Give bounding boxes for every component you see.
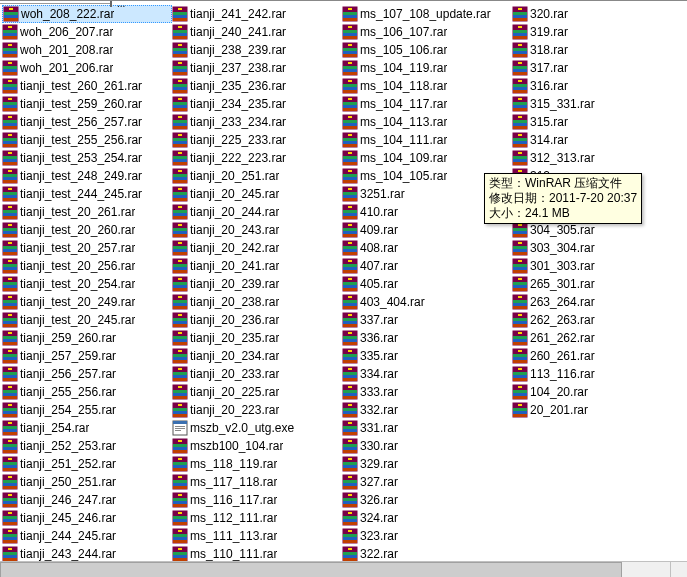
file-item[interactable]: tianji_test_253_254.rar [2,149,172,167]
file-item[interactable]: 312_313.rar [512,149,682,167]
file-item[interactable]: 261_262.rar [512,329,682,347]
file-item[interactable]: 301_303.rar [512,257,682,275]
file-item[interactable]: tianji_20_225.rar [172,383,342,401]
file-item[interactable]: 263_264.rar [512,293,682,311]
file-item[interactable]: tianji_241_242.rar [172,5,342,23]
file-item[interactable]: 403_404.rar [342,293,512,311]
file-item[interactable]: tianji_test_20_261.rar [2,203,172,221]
file-item[interactable]: 408.rar [342,239,512,257]
file-item[interactable]: tianji_test_256_257.rar [2,113,172,131]
file-item[interactable]: 324.rar [342,509,512,527]
file-item[interactable]: tianji_20_235.rar [172,329,342,347]
file-item[interactable]: tianji_246_247.rar [2,491,172,509]
file-item[interactable]: mszb100_104.rar [172,437,342,455]
file-item[interactable]: tianji_20_234.rar [172,347,342,365]
scrollbar-thumb[interactable] [0,562,622,577]
file-item[interactable]: tianji_20_245.rar [172,185,342,203]
file-item[interactable]: tianji_237_238.rar [172,59,342,77]
file-item[interactable]: ms_116_117.rar [172,491,342,509]
file-item[interactable]: tianji_225_233.rar [172,131,342,149]
file-item[interactable]: tianji_234_235.rar [172,95,342,113]
file-item[interactable]: ms_117_118.rar [172,473,342,491]
file-item[interactable]: ms_104_111.rar [342,131,512,149]
file-item[interactable]: 337.rar [342,311,512,329]
file-item[interactable]: tianji_test_20_254.rar [2,275,172,293]
file-item[interactable]: tianji_235_236.rar [172,77,342,95]
file-item[interactable]: 326.rar [342,491,512,509]
file-list-pane[interactable]: ... woh_208_222.rarwoh_206_207.rarwoh_20… [0,0,687,577]
file-item[interactable]: tianji_test_20_245.rar [2,311,172,329]
file-item[interactable]: tianji_test_20_257.rar [2,239,172,257]
file-item[interactable]: woh_201_206.rar [2,59,172,77]
file-item[interactable]: 323.rar [342,527,512,545]
file-item[interactable]: ms_105_106.rar [342,41,512,59]
horizontal-scrollbar[interactable] [0,561,671,577]
file-item[interactable]: 332.rar [342,401,512,419]
file-item[interactable]: 407.rar [342,257,512,275]
file-item[interactable]: tianji_252_253.rar [2,437,172,455]
file-item[interactable]: 314.rar [512,131,682,149]
file-item[interactable]: ms_104_109.rar [342,149,512,167]
file-item[interactable]: tianji_20_251.rar [172,167,342,185]
file-item[interactable]: 329.rar [342,455,512,473]
file-item[interactable]: 317.rar [512,59,682,77]
file-item[interactable]: tianji_20_233.rar [172,365,342,383]
file-item[interactable]: 405.rar [342,275,512,293]
file-item[interactable]: ms_104_117.rar [342,95,512,113]
file-item[interactable]: 316.rar [512,77,682,95]
file-item[interactable]: 303_304.rar [512,239,682,257]
file-item[interactable]: 333.rar [342,383,512,401]
file-item[interactable]: tianji_20_239.rar [172,275,342,293]
file-item[interactable]: 319.rar [512,23,682,41]
file-item[interactable]: 315_331.rar [512,95,682,113]
file-item[interactable]: tianji_test_260_261.rar [2,77,172,95]
file-item[interactable]: tianji_20_223.rar [172,401,342,419]
file-item[interactable]: tianji_222_223.rar [172,149,342,167]
column-divider[interactable]: ... [0,1,112,7]
file-item[interactable]: 265_301.rar [512,275,682,293]
file-item[interactable]: 334.rar [342,365,512,383]
file-item[interactable]: tianji_254.rar [2,419,172,437]
file-item[interactable]: mszb_v2.0_utg.exe [172,419,342,437]
file-item[interactable]: tianji_20_242.rar [172,239,342,257]
file-item[interactable]: 315.rar [512,113,682,131]
file-item[interactable]: ms_111_113.rar [172,527,342,545]
file-item[interactable]: 262_263.rar [512,311,682,329]
file-item[interactable]: 260_261.rar [512,347,682,365]
file-item[interactable]: 336.rar [342,329,512,347]
file-item[interactable]: 331.rar [342,419,512,437]
file-item[interactable]: woh_201_208.rar [2,41,172,59]
file-item[interactable]: tianji_20_243.rar [172,221,342,239]
file-item[interactable]: tianji_255_256.rar [2,383,172,401]
file-item[interactable]: tianji_245_246.rar [2,509,172,527]
file-item[interactable]: 335.rar [342,347,512,365]
file-item[interactable]: tianji_test_248_249.rar [2,167,172,185]
file-item[interactable]: tianji_20_244.rar [172,203,342,221]
file-item[interactable]: tianji_251_252.rar [2,455,172,473]
file-item[interactable]: 113_116.rar [512,365,682,383]
file-item[interactable]: ms_104_118.rar [342,77,512,95]
file-item[interactable]: tianji_test_20_260.rar [2,221,172,239]
file-item[interactable]: tianji_20_241.rar [172,257,342,275]
file-item[interactable]: tianji_test_255_256.rar [2,131,172,149]
file-item[interactable]: tianji_254_255.rar [2,401,172,419]
file-item[interactable]: 330.rar [342,437,512,455]
file-item[interactable]: tianji_20_238.rar [172,293,342,311]
file-item[interactable]: ms_104_119.rar [342,59,512,77]
file-item[interactable]: tianji_test_20_249.rar [2,293,172,311]
file-item[interactable]: 20_201.rar [512,401,682,419]
file-item[interactable]: tianji_233_234.rar [172,113,342,131]
file-item[interactable]: ms_104_113.rar [342,113,512,131]
file-item[interactable]: ms_118_119.rar [172,455,342,473]
file-item[interactable]: tianji_test_20_256.rar [2,257,172,275]
file-item[interactable]: 318.rar [512,41,682,59]
file-item[interactable]: tianji_256_257.rar [2,365,172,383]
file-item[interactable]: woh_206_207.rar [2,23,172,41]
file-item[interactable]: tianji_test_259_260.rar [2,95,172,113]
file-item[interactable]: tianji_259_260.rar [2,329,172,347]
file-item[interactable]: tianji_238_239.rar [172,41,342,59]
file-item[interactable]: tianji_20_236.rar [172,311,342,329]
file-item[interactable]: 104_20.rar [512,383,682,401]
file-item[interactable]: 327.rar [342,473,512,491]
file-item[interactable]: ms_112_111.rar [172,509,342,527]
